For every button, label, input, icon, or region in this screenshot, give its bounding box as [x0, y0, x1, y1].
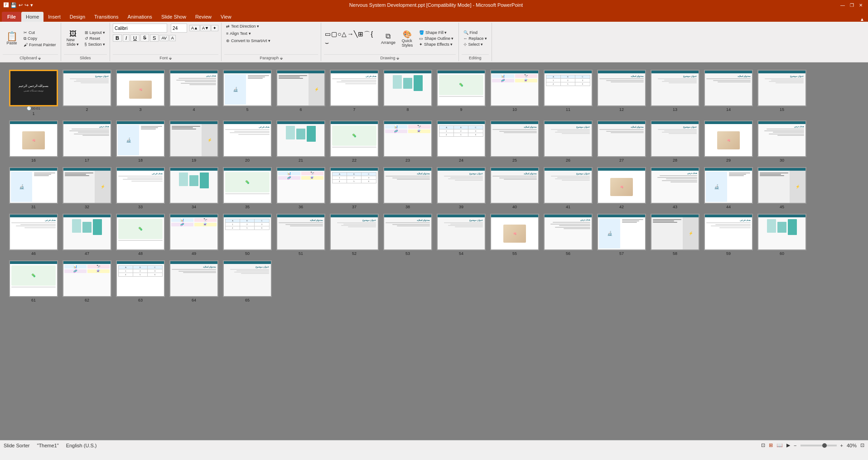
cut-button[interactable]: ✂ Cut — [22, 30, 58, 35]
slide-thumb-61[interactable]: 🦠61 — [9, 260, 58, 302]
slide-thumb-2[interactable]: عنوان موضوع2 — [63, 70, 111, 116]
slide-thumb-41[interactable]: عنوان موضوع41 — [544, 167, 593, 209]
char-spacing-button[interactable]: AV — [159, 35, 168, 41]
slide-thumb-28[interactable]: عنوان موضوع28 — [651, 120, 699, 163]
slide-thumb-36[interactable]: 📊🔭🧬⚗️36 — [276, 167, 325, 209]
window-controls[interactable]: — ❐ ✕ — [839, 2, 864, 8]
slide-thumb-6[interactable]: ⚡6 — [276, 70, 325, 116]
slide-thumb-38[interactable]: محتوای اسلاید38 — [383, 167, 432, 209]
slide-thumb-35[interactable]: 🦠35 — [223, 167, 272, 209]
slide-thumb-24[interactable]: ABC12345624 — [437, 120, 486, 163]
slide-thumb-37[interactable]: ABC12345637 — [330, 167, 379, 209]
slide-thumb-21[interactable]: 21 — [276, 120, 325, 163]
slide-thumb-50[interactable]: ABC12345650 — [223, 214, 272, 256]
slide-thumb-64[interactable]: محتوای اسلاید64 — [169, 260, 218, 302]
copy-button[interactable]: ⧉ Copy — [22, 36, 58, 42]
slide-thumb-22[interactable]: 🦠22 — [330, 120, 379, 163]
font-name-input[interactable]: Calibri — [113, 24, 167, 33]
replace-button[interactable]: ↔ Replace ▾ — [462, 36, 489, 41]
tab-view[interactable]: View — [216, 12, 236, 22]
font-shrink-button[interactable]: A▼ — [200, 25, 211, 31]
slide-thumb-48[interactable]: 🦠48 — [116, 214, 165, 256]
slide-thumb-44[interactable]: 🔬44 — [704, 167, 753, 209]
slide-thumb-18[interactable]: 🔬18 — [116, 120, 165, 163]
arrange-button[interactable]: ⧉ Arrange — [379, 31, 397, 46]
tab-insert[interactable]: Insert — [43, 12, 65, 22]
minimize-button[interactable]: — — [839, 2, 846, 8]
slide-thumb-53[interactable]: محتوای اسلاید53 — [383, 214, 432, 256]
slide-thumb-13[interactable]: عنوان موضوع13 — [651, 70, 699, 116]
shape-more[interactable]: ⊞ — [358, 30, 363, 38]
close-button[interactable]: ✕ — [857, 2, 864, 8]
slide-thumb-30[interactable]: هدف درس30 — [757, 120, 806, 163]
text-direction-button[interactable]: ⇄ Text Direction ▾ — [224, 24, 261, 29]
slide-thumb-20[interactable]: هدف فرعی20 — [223, 120, 272, 163]
shape-fill-button[interactable]: 🪣 Shape Fill ▾ — [417, 30, 456, 35]
zoom-slider[interactable] — [800, 445, 837, 446]
slide-thumb-16[interactable]: 🧠16 — [9, 120, 58, 163]
slide-thumb-51[interactable]: محتوای اسلاید51 — [276, 214, 325, 256]
slide-thumb-39[interactable]: عنوان موضوع39 — [437, 167, 486, 209]
ribbon-expand[interactable]: ▲ — [860, 17, 864, 22]
underline-button[interactable]: U — [130, 34, 140, 42]
find-button[interactable]: 🔍 Find — [462, 30, 489, 35]
slide-thumb-58[interactable]: ⚡58 — [651, 214, 699, 256]
slide-thumb-62[interactable]: 📊🔭🧬⚗️62 — [63, 260, 111, 302]
shape-circle[interactable]: ○ — [338, 30, 341, 38]
save-icon[interactable]: 💾 — [10, 2, 17, 8]
view-presentation-icon[interactable]: ▶ — [786, 442, 790, 448]
tab-slideshow[interactable]: Slide Show — [157, 12, 191, 22]
slide-thumb-46[interactable]: هدف فرعی46 — [9, 214, 58, 256]
slide-thumb-17[interactable]: هدف درس17 — [63, 120, 111, 163]
slide-thumb-43[interactable]: هدف درس43 — [651, 167, 699, 209]
tab-transitions[interactable]: Transitions — [90, 12, 123, 22]
strikethrough-button[interactable]: S̶ — [140, 34, 149, 42]
slide-thumb-14[interactable]: محتوای اسلاید14 — [704, 70, 753, 116]
select-button[interactable]: ⊹ Select ▾ — [462, 42, 489, 47]
slide-thumb-59[interactable]: هدف فرعی59 — [704, 214, 753, 256]
slide-thumb-19[interactable]: ⚡19 — [169, 120, 218, 163]
slide-thumb-65[interactable]: عنوان موضوع65 — [223, 260, 272, 302]
zoom-thumb[interactable] — [822, 443, 827, 448]
shadow-button[interactable]: S — [150, 34, 159, 42]
undo-icon[interactable]: ↩ — [19, 2, 23, 8]
zoom-out-button[interactable]: − — [794, 443, 796, 448]
shape-triangle[interactable]: △ — [342, 30, 347, 38]
font-color-button[interactable]: A — [169, 35, 176, 41]
slide-thumb-42[interactable]: 🧠42 — [597, 167, 646, 209]
font-size-input[interactable]: 24 — [171, 24, 187, 33]
clear-format-button[interactable]: ✦ — [211, 25, 218, 31]
view-sorter-icon[interactable]: ⊞ — [769, 442, 773, 448]
zoom-in-button[interactable]: + — [840, 443, 843, 448]
redo-icon[interactable]: ↪ — [24, 2, 29, 8]
slide-thumb-49[interactable]: 📊🔭🧬⚗️49 — [169, 214, 218, 256]
tab-design[interactable]: Design — [65, 12, 90, 22]
slide-thumb-9[interactable]: 🦠9 — [437, 70, 486, 116]
shape-arrow[interactable]: → — [347, 30, 353, 38]
slide-thumb-3[interactable]: 🧠3 — [116, 70, 165, 116]
italic-button[interactable]: I — [123, 34, 130, 42]
shape-line[interactable]: ╲ — [354, 30, 357, 38]
slide-thumb-33[interactable]: هدف فرعی33 — [116, 167, 165, 209]
maximize-button[interactable]: ❐ — [848, 2, 855, 8]
tab-file[interactable]: File — [2, 12, 21, 22]
shape-effects-button[interactable]: ✦ Shape Effects ▾ — [417, 42, 456, 47]
shape-brace[interactable]: { — [371, 30, 373, 38]
tab-review[interactable]: Review — [191, 12, 216, 22]
convert-smartart-button[interactable]: ⊛ Convert to SmartArt ▾ — [224, 38, 272, 43]
slide-thumb-45[interactable]: ⚡45 — [757, 167, 806, 209]
fit-slide-button[interactable]: ⊡ — [860, 442, 864, 448]
slide-thumb-15[interactable]: عنوان موضوع15 — [757, 70, 806, 116]
slide-thumb-26[interactable]: عنوان موضوع26 — [544, 120, 593, 163]
bold-button[interactable]: B — [113, 34, 122, 42]
slide-thumb-1[interactable]: بسم‌الله الرحمن الرحیمتوسعه دستگاه عصبی🕐… — [9, 70, 58, 116]
quick-styles-button[interactable]: 🎨 QuickStyles — [398, 29, 416, 48]
view-mode-label[interactable]: Slide Sorter — [4, 443, 29, 448]
slide-thumb-54[interactable]: عنوان موضوع54 — [437, 214, 486, 256]
shape-outline-button[interactable]: ▭ Shape Outline ▾ — [417, 36, 456, 41]
slide-thumb-25[interactable]: محتوای اسلاید25 — [490, 120, 539, 163]
slide-thumb-60[interactable]: 60 — [757, 214, 806, 256]
tab-home[interactable]: Home — [21, 12, 43, 22]
shape-connector[interactable]: ⌒ — [364, 30, 370, 38]
shape-arc[interactable]: ⌣ — [325, 39, 329, 47]
